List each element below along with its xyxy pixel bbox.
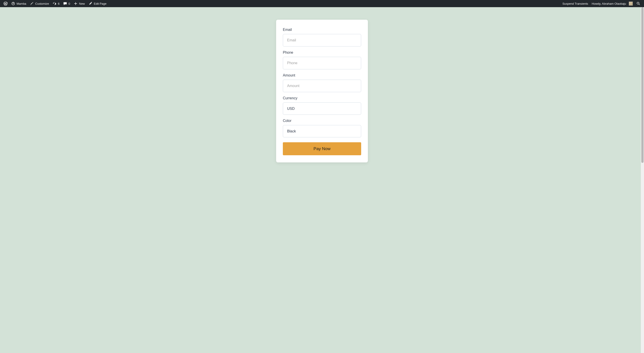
plus-icon [74, 2, 78, 6]
admin-bar-right: Suspend Transients Howdy, Abraham Olaoba… [560, 0, 642, 7]
new-content-link[interactable]: New [72, 0, 86, 7]
amount-group: Amount [283, 73, 361, 92]
comments-link[interactable]: 0 [61, 0, 72, 7]
edit-page-link[interactable]: Edit Page [86, 0, 108, 7]
howdy-label: Howdy, Abraham Olaobaju [592, 2, 626, 5]
site-name-link[interactable]: Mamba [10, 0, 28, 7]
comments-count: 0 [68, 2, 70, 5]
customize-label: Customize [35, 2, 49, 5]
wordpress-icon [4, 2, 8, 6]
my-account-link[interactable]: Howdy, Abraham Olaobaju [590, 0, 634, 7]
phone-label: Phone [283, 50, 361, 54]
brush-icon [30, 2, 34, 6]
color-label: Color [283, 119, 361, 123]
edit-page-label: Edit Page [94, 2, 106, 5]
scrollbar-track[interactable] [641, 7, 644, 353]
scrollbar-thumb[interactable] [641, 7, 644, 163]
comment-icon [63, 2, 67, 6]
amount-label: Amount [283, 73, 361, 78]
currency-select[interactable]: USD [283, 102, 361, 115]
suspend-transients-label: Suspend Transients [562, 2, 588, 5]
search-icon [636, 2, 640, 6]
amount-input[interactable] [283, 80, 361, 92]
wp-logo-menu[interactable] [2, 0, 10, 7]
wp-admin-bar: Mamba Customize 6 0 New [0, 0, 644, 7]
phone-group: Phone [283, 50, 361, 69]
admin-bar-left: Mamba Customize 6 0 New [2, 0, 108, 7]
dashboard-icon [11, 2, 15, 6]
payment-form-card: Email Phone Amount Currency USD Color Bl… [276, 20, 368, 162]
currency-label: Currency [283, 96, 361, 100]
currency-group: Currency USD [283, 96, 361, 115]
phone-input[interactable] [283, 57, 361, 69]
site-name-label: Mamba [16, 2, 26, 5]
suspend-transients-link[interactable]: Suspend Transients [560, 0, 590, 7]
pencil-icon [88, 2, 92, 6]
updates-count: 6 [58, 2, 60, 5]
avatar [629, 2, 633, 6]
email-group: Email [283, 28, 361, 46]
color-select[interactable]: Black [283, 125, 361, 137]
email-label: Email [283, 28, 361, 32]
content-wrap: Email Phone Amount Currency USD Color Bl… [0, 0, 644, 353]
new-content-label: New [79, 2, 85, 5]
color-group: Color Black [283, 119, 361, 137]
pay-now-button[interactable]: Pay Now [283, 142, 361, 155]
customize-link[interactable]: Customize [28, 0, 50, 7]
email-input[interactable] [283, 34, 361, 46]
refresh-icon [52, 2, 56, 6]
updates-link[interactable]: 6 [51, 0, 61, 7]
search-toggle[interactable] [634, 0, 642, 7]
